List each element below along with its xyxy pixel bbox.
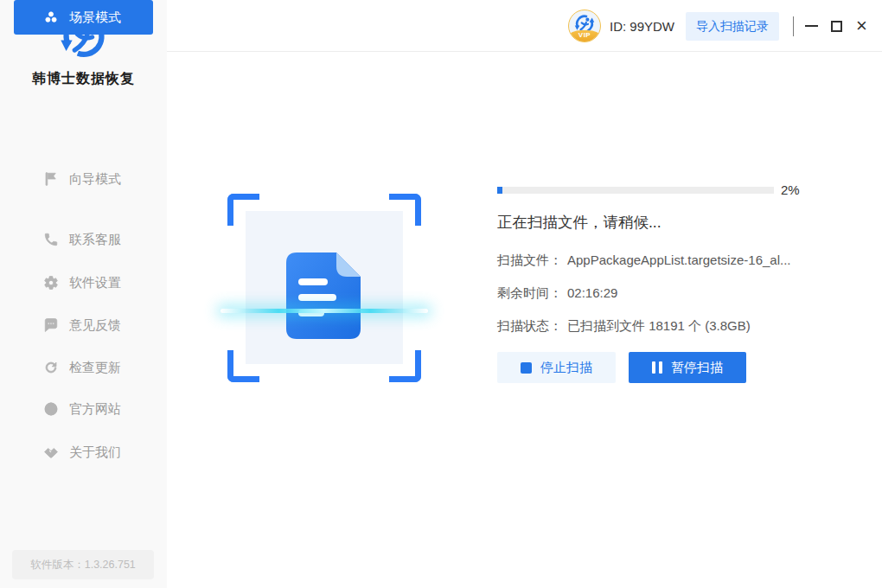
document-icon xyxy=(284,252,364,339)
progress-percent: 2% xyxy=(781,182,800,197)
sidebar-item-about-us[interactable]: 关于我们 xyxy=(0,435,167,470)
pause-icon xyxy=(652,361,662,374)
scan-frame-corner xyxy=(389,350,421,382)
time-remaining-label: 剩余时间： xyxy=(497,285,562,302)
scan-actions: 停止扫描 暂停扫描 xyxy=(497,352,746,383)
pause-scan-label: 暂停扫描 xyxy=(671,360,723,376)
sidebar-item-check-update[interactable]: 检查更新 xyxy=(0,350,167,385)
sidebar-item-label: 官方网站 xyxy=(69,401,121,418)
sidebar-item-label: 联系客服 xyxy=(69,232,121,248)
sidebar-item-scene-mode[interactable]: 场景模式 xyxy=(14,0,153,35)
vip-badge: VIP xyxy=(569,30,600,42)
scan-file-value: AppPackageAppList.targetsize-16_al... xyxy=(567,252,791,269)
sidebar-item-label: 关于我们 xyxy=(69,444,121,461)
titlebar: VIP ID: 99YDW 导入扫描记录 × xyxy=(167,0,882,52)
progress-row: 2% xyxy=(497,182,800,197)
minimize-icon xyxy=(805,25,818,27)
progress-bar xyxy=(497,187,774,194)
sidebar-item-wizard-mode[interactable]: 向导模式 xyxy=(0,162,167,196)
sidebar-item-label: 向导模式 xyxy=(69,171,121,188)
maximize-button[interactable] xyxy=(824,0,849,52)
sidebar-item-label: 软件设置 xyxy=(69,275,121,291)
about-us-icon xyxy=(43,444,59,460)
check-update-icon xyxy=(43,360,59,375)
sidebar-item-settings[interactable]: 软件设置 xyxy=(0,265,167,300)
sidebar-item-official-website[interactable]: 官方网站 xyxy=(0,392,167,426)
titlebar-divider xyxy=(793,16,794,36)
sidebar: 韩博士数据恢复 场景模式 向导模式 联系客服 软件设置 xyxy=(0,0,167,588)
scan-file-row: 扫描文件： AppPackageAppList.targetsize-16_al… xyxy=(497,252,791,269)
stop-scan-label: 停止扫描 xyxy=(540,360,592,376)
scan-frame-corner xyxy=(389,194,421,226)
maximize-icon xyxy=(831,21,842,32)
settings-icon xyxy=(43,275,59,291)
close-icon: × xyxy=(856,16,867,35)
scanline-glow xyxy=(220,309,428,313)
sidebar-item-label: 检查更新 xyxy=(69,360,121,376)
user-id: ID: 99YDW xyxy=(610,0,674,52)
app-window: 韩博士数据恢复 场景模式 向导模式 联系客服 软件设置 xyxy=(0,0,882,588)
scan-file-label: 扫描文件： xyxy=(497,252,562,269)
time-remaining-row: 剩余时间： 02:16:29 xyxy=(497,285,617,302)
sidebar-item-contact-support[interactable]: 联系客服 xyxy=(0,222,167,257)
time-remaining-value: 02:16:29 xyxy=(567,285,617,302)
sidebar-item-label: 场景模式 xyxy=(69,10,121,26)
sidebar-item-feedback[interactable]: 意见反馈 xyxy=(0,308,167,342)
pause-scan-button[interactable]: 暂停扫描 xyxy=(629,352,746,383)
contact-support-icon xyxy=(43,232,59,247)
scan-state-value: 已扫描到文件 18191 个 (3.8GB) xyxy=(567,318,751,335)
vip-avatar[interactable]: VIP xyxy=(568,10,601,42)
wizard-mode-icon xyxy=(43,171,59,187)
scan-state-row: 扫描状态： 已扫描到文件 18191 个 (3.8GB) xyxy=(497,318,751,335)
software-version: 软件版本：1.3.26.751 xyxy=(12,550,154,579)
stop-icon xyxy=(521,362,532,374)
scan-frame-corner xyxy=(227,350,259,382)
scan-status-message: 正在扫描文件，请稍候... xyxy=(497,212,662,233)
scan-frame-corner xyxy=(227,194,259,226)
sidebar-item-label: 意见反馈 xyxy=(69,317,121,334)
progress-fill xyxy=(497,187,502,194)
stop-scan-button[interactable]: 停止扫描 xyxy=(497,352,616,383)
close-button[interactable]: × xyxy=(849,0,874,52)
feedback-icon xyxy=(43,317,59,333)
scene-mode-icon xyxy=(43,10,59,25)
official-website-icon xyxy=(43,401,59,417)
app-title: 韩博士数据恢复 xyxy=(0,70,167,88)
scan-panel: 2% 正在扫描文件，请稍候... 扫描文件： AppPackageAppList… xyxy=(167,52,882,588)
scan-animation xyxy=(227,194,421,382)
scan-info: 2% 正在扫描文件，请稍候... 扫描文件： AppPackageAppList… xyxy=(497,182,808,442)
minimize-button[interactable] xyxy=(799,0,824,52)
scan-state-label: 扫描状态： xyxy=(497,318,562,335)
import-scan-record-button[interactable]: 导入扫描记录 xyxy=(686,12,779,41)
